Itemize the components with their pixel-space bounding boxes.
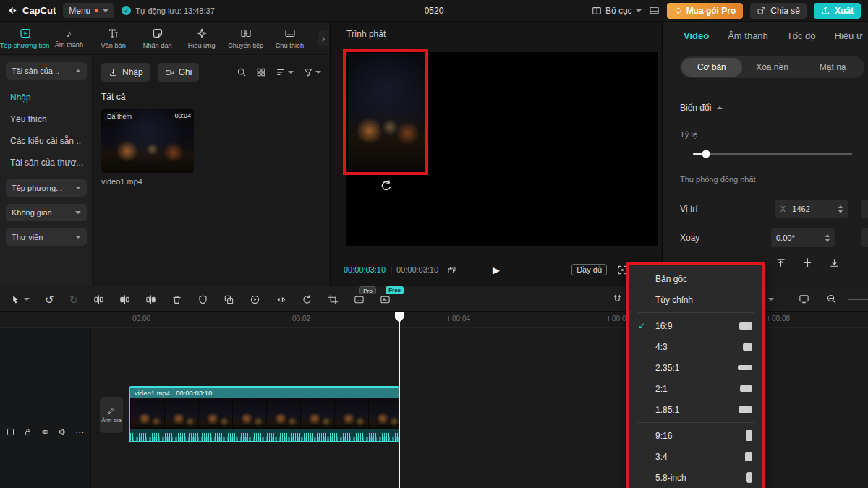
delete-icon[interactable] (171, 294, 182, 305)
zoom-out-icon[interactable] (826, 294, 837, 304)
tab-media-files[interactable]: Tệp phương tiện (3, 27, 47, 49)
align-center-icon[interactable] (802, 257, 813, 268)
split-icon[interactable] (93, 294, 104, 305)
sidebar-item-presets[interactable]: Các kiểu cài sẵn .. (6, 130, 86, 152)
tab-text[interactable]: Văn bản (91, 27, 135, 49)
position-x-field[interactable]: X -1462 (775, 200, 848, 218)
captions-pro-tool[interactable]: Pro (354, 294, 365, 305)
ratio-option-2-35-1[interactable]: 2.35:1 (629, 357, 762, 378)
rotate-handle-icon[interactable] (380, 179, 393, 192)
properties-tab-bar: Video Âm thanh Tốc độ Hiệu ứ (663, 22, 868, 41)
track-frame-icon[interactable] (6, 427, 15, 437)
import-button[interactable]: Nhập (101, 63, 150, 82)
delete-right-icon[interactable] (145, 294, 156, 305)
undo-button[interactable]: ↺ (45, 294, 54, 305)
rotate-icon[interactable] (302, 294, 312, 305)
tab-effects-props[interactable]: Hiệu ứ (835, 30, 863, 41)
chevron-down-icon (315, 71, 321, 74)
scale-slider[interactable] (693, 153, 852, 155)
lock-icon[interactable] (23, 427, 33, 437)
expand-tabs-button[interactable]: › (318, 30, 328, 46)
buy-pro-button[interactable]: Mua gói Pro (667, 3, 744, 19)
grid-view-icon[interactable] (256, 67, 266, 77)
sidebar-my-assets-button[interactable]: Tài sản của .. (6, 62, 87, 80)
align-top-icon[interactable] (775, 257, 786, 268)
overlay-icon[interactable] (224, 294, 234, 305)
ratio-option-9-16[interactable]: 9:16 (629, 425, 762, 446)
filter-button[interactable] (303, 67, 321, 77)
sidebar-library-dropdown[interactable]: Thư viện (6, 228, 87, 246)
media-item-video1[interactable]: Đã thêm 00:04 video1.mp4 (101, 109, 194, 186)
ratio-option-5-8-inch[interactable]: 5.8-inch (629, 467, 762, 488)
delete-left-icon[interactable] (119, 294, 130, 305)
tab-video[interactable]: Video (684, 30, 709, 41)
panel-toggle-icon[interactable] (649, 5, 660, 16)
capcut-logo-icon (7, 5, 18, 16)
preview-video[interactable] (348, 53, 425, 171)
ratio-option-custom[interactable]: Tùy chỉnh (629, 289, 762, 310)
rotate-extra-cut[interactable] (861, 228, 868, 247)
shield-icon[interactable] (197, 294, 208, 305)
slider-handle[interactable] (702, 150, 710, 158)
redo-button[interactable]: ↻ (69, 294, 79, 305)
sidebar-media-dropdown[interactable]: Tệp phương... (6, 179, 87, 197)
mirror-icon[interactable] (276, 294, 286, 305)
sort-button[interactable] (276, 67, 294, 77)
sort-icon (276, 67, 286, 77)
ratio-option-4-3[interactable]: 4:3 (629, 336, 762, 357)
record-button[interactable]: Ghi (158, 63, 200, 82)
tab-speed[interactable]: Tốc độ (787, 30, 816, 41)
eye-icon[interactable] (41, 427, 50, 437)
ratio-option-original[interactable]: Bản gốc (629, 268, 762, 289)
sidebar-item-import[interactable]: Nhập (6, 87, 86, 108)
ratio-option-2-1[interactable]: 2:1 (629, 378, 762, 399)
preview-canvas[interactable] (346, 52, 658, 246)
transform-section-header[interactable]: Biến đổi (680, 103, 723, 113)
search-icon[interactable] (237, 67, 247, 77)
tab-stickers[interactable]: Nhãn dán (135, 27, 179, 49)
cover-button[interactable]: Ảnh bìa (100, 397, 123, 433)
filter-all-label[interactable]: Tất cả (101, 92, 321, 102)
tab-audio-props[interactable]: Âm thanh (728, 30, 768, 41)
ratio-option-1-85-1[interactable]: 1.85:1 (629, 399, 762, 420)
video-clip[interactable]: video1.mp4 00:00:03:10 (129, 386, 400, 442)
tab-audio[interactable]: ♪ Âm thanh (47, 27, 91, 48)
align-bottom-icon[interactable] (829, 257, 840, 268)
sequence-icon[interactable] (447, 265, 456, 275)
preview-axis-icon[interactable] (799, 294, 809, 304)
sidebar-spaces-dropdown[interactable]: Không gian (6, 204, 87, 221)
crop-icon[interactable] (328, 294, 339, 305)
select-tool-button[interactable] (10, 294, 30, 305)
media-thumbnail[interactable]: Đã thêm 00:04 (101, 109, 194, 173)
autocaption-free-tool[interactable]: Free (380, 294, 391, 305)
export-button[interactable]: Xuất (814, 3, 861, 19)
rotate-field[interactable]: 0.00° (771, 228, 835, 247)
ratio-option-16-9[interactable]: ✓ 16:9 (629, 315, 762, 336)
position-x-stepper[interactable] (838, 205, 843, 213)
export-icon (821, 6, 830, 15)
full-preview-button[interactable]: Đầy đủ (571, 264, 607, 275)
speaker-icon[interactable] (58, 427, 67, 437)
speed-icon[interactable] (250, 294, 260, 305)
play-button[interactable]: ▶ (493, 265, 500, 275)
menu-button[interactable]: Menu (63, 3, 114, 18)
chevron-down-icon[interactable] (768, 298, 774, 301)
layout-button[interactable]: Bố cục (592, 6, 642, 16)
playhead[interactable] (399, 312, 400, 488)
sidebar-item-brand-assets[interactable]: Tài sản của thươ... (6, 152, 86, 174)
magnet-snap-icon[interactable] (612, 294, 623, 304)
ratio-option-3-4[interactable]: 3:4 (629, 446, 762, 467)
subtab-remove-bg[interactable]: Xóa nền (742, 58, 803, 77)
rotate-stepper[interactable] (825, 234, 830, 242)
tab-transitions[interactable]: Chuyển tiếp (224, 27, 268, 49)
zoom-slider[interactable] (848, 299, 868, 300)
position-y-field-cut[interactable] (861, 200, 868, 218)
subtab-mask[interactable]: Mặt nạ (802, 58, 863, 77)
share-button[interactable]: Chia sẻ (750, 3, 807, 19)
tab-captions[interactable]: Chú thích (268, 27, 312, 49)
music-note-icon: ♪ (67, 27, 72, 38)
more-options-icon[interactable]: ⋯ (75, 428, 84, 437)
sidebar-item-favorites[interactable]: Yêu thích (6, 108, 86, 130)
tab-effects[interactable]: Hiệu ứng (179, 27, 224, 49)
subtab-basic[interactable]: Cơ bản (681, 58, 742, 77)
